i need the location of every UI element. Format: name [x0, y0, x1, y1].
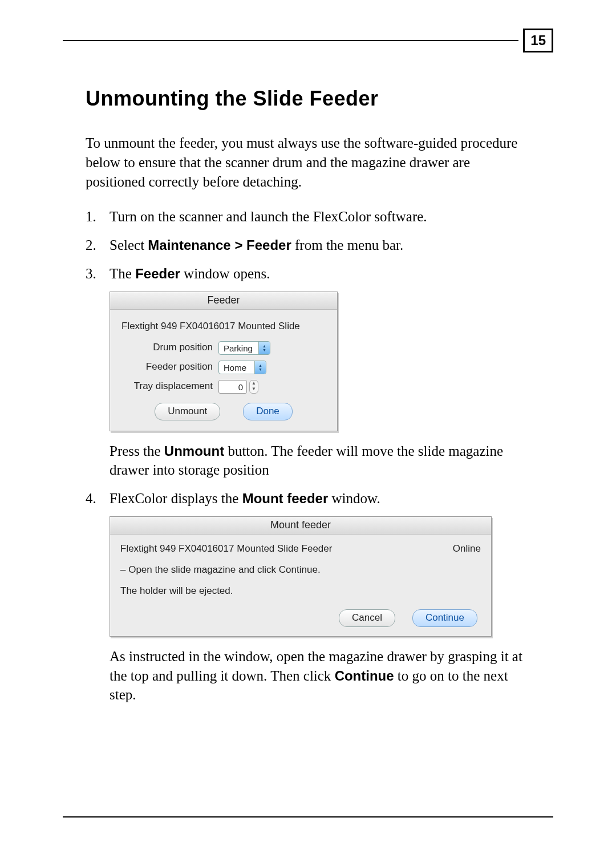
drum-position-select[interactable]: Parking — [218, 341, 270, 355]
drum-position-label: Drum position — [121, 341, 218, 354]
intro-paragraph: To unmount the feeder, you must always u… — [86, 133, 519, 191]
step-4-followup: As instructed in the window, open the ma… — [110, 647, 530, 705]
feeder-position-label: Feeder position — [121, 361, 218, 374]
continue-button[interactable]: Continue — [412, 609, 477, 627]
step-3: The Feeder window opens. Feeder Flextigh… — [86, 264, 530, 480]
step-2: Select Maintenance > Feeder from the men… — [86, 236, 530, 255]
step-4: FlexColor displays the Mount feeder wind… — [86, 489, 530, 705]
footer-rule — [63, 816, 553, 818]
mount-instruction-1: – Open the slide magazine and click Cont… — [120, 564, 481, 577]
mount-device-name: Flextight 949 FX04016017 Mounted Slide F… — [120, 543, 332, 556]
page-number-box: 15 — [523, 29, 553, 52]
stepper-arrows-icon: ▲▼ — [249, 380, 258, 394]
tray-displacement-label: Tray displacement — [121, 380, 218, 393]
mount-feeder-dialog: Mount feeder Flextight 949 FX04016017 Mo… — [110, 516, 492, 637]
tray-displacement-stepper[interactable]: 0 ▲▼ — [218, 380, 258, 394]
feeder-position-select[interactable]: Home — [218, 361, 266, 374]
feeder-device-name: Flextight 949 FX04016017 Mounted Slide — [121, 320, 326, 333]
unmount-button[interactable]: Unmount — [155, 403, 220, 420]
done-button[interactable]: Done — [243, 403, 293, 420]
mount-instruction-2: The holder will be ejected. — [120, 585, 481, 598]
step-3-followup: Press the Unmount button. The feeder wil… — [110, 442, 530, 480]
feeder-dialog-title: Feeder — [110, 292, 337, 310]
page-number: 15 — [530, 33, 546, 48]
mount-status: Online — [453, 543, 481, 556]
mount-feeder-title: Mount feeder — [110, 517, 491, 535]
feeder-dialog: Feeder Flextight 949 FX04016017 Mounted … — [110, 292, 338, 431]
cancel-button[interactable]: Cancel — [339, 609, 395, 627]
select-arrows-icon — [258, 342, 270, 354]
select-arrows-icon — [254, 361, 266, 374]
steps-list: Turn on the scanner and launch the FlexC… — [86, 207, 530, 705]
header-rule: 15 — [63, 29, 553, 52]
step-1: Turn on the scanner and launch the FlexC… — [86, 207, 530, 226]
section-heading: Unmounting the Slide Feeder — [86, 87, 553, 111]
